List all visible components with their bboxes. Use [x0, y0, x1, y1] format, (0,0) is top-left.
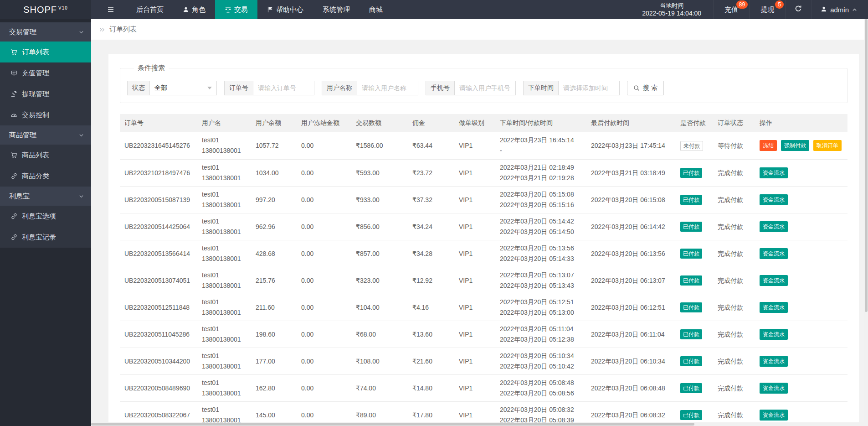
sidebar-item[interactable]: 商品分类	[0, 166, 91, 187]
cell-order-time: 2022年03月20日 05:13:56 2022年03月20日 05:14:3…	[495, 240, 586, 267]
order-time: 2022年03月20日 05:14:42	[500, 216, 582, 227]
user-name: test01	[202, 189, 247, 200]
topnav-item[interactable]: 角色	[173, 0, 215, 19]
cell-amount: ₹1586.00	[351, 132, 408, 159]
cell-amount: ₹104.00	[351, 294, 408, 321]
admin-menu[interactable]: admin	[811, 0, 868, 19]
row-action-button[interactable]: 资金流水	[760, 383, 788, 394]
row-action-button[interactable]: 冻结	[760, 140, 777, 151]
cart-icon	[10, 49, 18, 56]
app-logo: SHOPF V10	[0, 0, 91, 19]
vertical-scrollbar[interactable]	[864, 19, 868, 426]
sidebar-item-label: 交易管理	[9, 28, 36, 36]
cell-user: test01 13800138001	[197, 374, 251, 401]
cell-last-pay-time: 2022年03月23日 17:45:14	[586, 132, 676, 159]
sidebar-item[interactable]: 充值管理	[0, 62, 91, 83]
sidebar-item[interactable]: 商品管理	[0, 125, 91, 145]
filter-input[interactable]	[558, 81, 620, 95]
cell-balance: 962.96	[251, 213, 297, 240]
table-header-cell: 做单级别	[454, 114, 495, 132]
topbar-action[interactable]: 提现 5	[749, 0, 785, 19]
cell-frozen: 0.00	[297, 294, 351, 321]
cell-order-status: 完成付款	[713, 267, 755, 294]
filter-input[interactable]	[357, 81, 418, 95]
vertical-scrollbar-thumb[interactable]	[865, 19, 868, 312]
double-chevron-icon	[99, 27, 105, 32]
pay-status-badge: 未付款	[680, 141, 703, 151]
table-header-cell: 操作	[755, 114, 847, 132]
scales-icon	[225, 6, 231, 13]
pay-time: -	[500, 145, 582, 156]
row-action-button[interactable]: 资金流水	[760, 329, 788, 340]
search-button[interactable]: 搜 索	[627, 81, 664, 95]
sidebar-item[interactable]: 利息宝	[0, 187, 91, 206]
cell-balance: 997.20	[251, 186, 297, 213]
cell-commission: ₹37.32	[408, 186, 454, 213]
table-header-cell: 订单状态	[713, 114, 755, 132]
pay-status-badge: 已付款	[680, 410, 702, 420]
filter-input[interactable]	[253, 81, 314, 95]
topnav-item[interactable]: 后台首页	[127, 0, 173, 19]
topnav-item[interactable]: 帮助中心	[257, 0, 313, 19]
search-fieldset: 条件搜索 状态 全部 订单号	[120, 64, 847, 103]
table-row: UB2203200514425064 test01 13800138001 96…	[120, 213, 847, 240]
menu-toggle-button[interactable]	[98, 0, 124, 19]
status-select[interactable]: 全部	[149, 81, 217, 95]
cell-actions: 资金流水	[755, 294, 847, 321]
cell-order-time: 2022年03月20日 05:12:51 2022年03月20日 05:13:0…	[495, 294, 586, 321]
topnav-item[interactable]: 商城	[360, 0, 392, 19]
topbar-action[interactable]: 充值 89	[713, 0, 749, 19]
table-header-cell: 交易数额	[351, 114, 408, 132]
row-action-button[interactable]: 资金流水	[760, 194, 788, 205]
cell-amount: ₹857.00	[351, 240, 408, 267]
row-action-button[interactable]: 资金流水	[760, 410, 788, 421]
row-action-button[interactable]: 资金流水	[760, 356, 788, 367]
cell-order-time: 2022年03月20日 05:13:07 2022年03月20日 05:13:4…	[495, 267, 586, 294]
cell-amount: ₹323.00	[351, 267, 408, 294]
sidebar-item[interactable]: 交易管理	[0, 22, 91, 42]
cell-actions: 资金流水	[755, 267, 847, 294]
cell-pay-state: 已付款	[676, 348, 713, 374]
pay-time: 2022年03月20日 05:14:50	[500, 227, 582, 237]
row-action-button[interactable]: 资金流水	[760, 167, 788, 178]
topnav-item[interactable]: 交易	[215, 0, 257, 19]
sidebar-item[interactable]: 利息宝记录	[0, 227, 91, 248]
user-name: test01	[202, 405, 247, 415]
content: 条件搜索 状态 全部 订单号	[91, 40, 868, 426]
filter-label: 订单号	[224, 81, 253, 95]
row-action-button[interactable]: 资金流水	[760, 248, 788, 259]
sidebar-item[interactable]: 提现管理	[0, 83, 91, 104]
gauge-icon	[10, 112, 18, 119]
table-row: UB2203200511045286 test01 13800138001 19…	[120, 321, 847, 348]
horizontal-scrollbar[interactable]	[91, 422, 864, 426]
filter-input[interactable]	[454, 81, 516, 95]
row-action-button[interactable]: 资金流水	[760, 302, 788, 313]
page-title: 订单列表	[109, 25, 137, 34]
cell-last-pay-time: 2022年03月20日 06:13:56	[586, 240, 676, 267]
sidebar-item[interactable]: 订单列表	[0, 42, 91, 62]
topnav-item[interactable]: 系统管理	[313, 0, 360, 19]
cell-order-time: 2022年03月21日 02:18:49 2022年03月21日 02:19:2…	[495, 159, 586, 186]
row-action-button[interactable]: 资金流水	[760, 221, 788, 232]
cell-actions: 资金流水	[755, 348, 847, 374]
cell-commission: ₹4.16	[408, 294, 454, 321]
cell-amount: ₹933.00	[351, 186, 408, 213]
row-action-button[interactable]: 取消订单	[813, 140, 842, 151]
cell-order-status: 完成付款	[713, 321, 755, 348]
search-button-label: 搜 索	[643, 84, 657, 92]
refresh-button[interactable]	[785, 0, 811, 19]
horizontal-scrollbar-thumb[interactable]	[91, 423, 694, 426]
cell-order-status: 完成付款	[713, 186, 755, 213]
pay-status-badge: 已付款	[680, 222, 702, 232]
row-action-button[interactable]: 资金流水	[760, 275, 788, 286]
cell-commission: ₹21.60	[408, 348, 454, 374]
table-header-cell: 订单号	[120, 114, 197, 132]
table-row: UB2203200510344200 test01 13800138001 17…	[120, 348, 847, 374]
sidebar-item[interactable]: 交易控制	[0, 104, 91, 125]
chevron-down-icon	[79, 133, 84, 138]
sidebar-item[interactable]: 利息宝选项	[0, 206, 91, 227]
row-action-button[interactable]: 强制付款	[781, 140, 809, 151]
sidebar-item[interactable]: 商品列表	[0, 145, 91, 166]
topbar: SHOPF V10 后台首页 角色 交易 帮助中心	[0, 0, 868, 19]
cell-pay-state: 已付款	[676, 267, 713, 294]
